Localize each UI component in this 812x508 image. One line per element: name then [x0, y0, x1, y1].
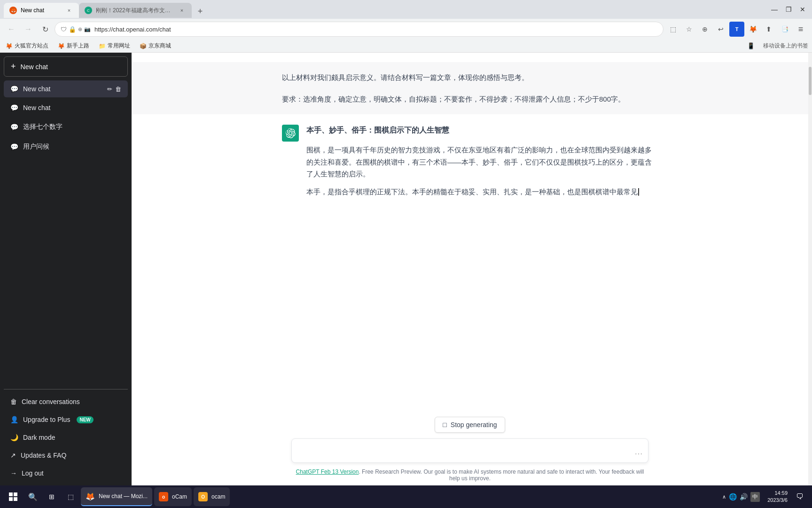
- taskbar-ocam1-item[interactable]: o oCam: [154, 487, 192, 506]
- bookmarks-bar: 🦊 火狐官方站点 🦊 新手上路 📁 常用网址 📦 京东商城 📱 移动设备上的书签: [0, 40, 812, 53]
- notification-button[interactable]: 🗨: [791, 488, 808, 505]
- xinshou-label: 新手上路: [67, 42, 89, 50]
- addon-button-3[interactable]: T: [729, 22, 744, 37]
- logout-icon: →: [10, 469, 17, 477]
- svg-rect-1: [14, 492, 17, 496]
- footer-rest: . Free Research Preview. Our goal is to …: [359, 468, 644, 482]
- stop-label: Stop generating: [451, 421, 497, 429]
- bookmarks-button[interactable]: ☆: [681, 22, 696, 37]
- sound-icon[interactable]: 🔊: [740, 493, 748, 500]
- camera-icon: 📷: [84, 26, 91, 32]
- back-button[interactable]: ←: [4, 22, 19, 37]
- taskbar-widgets-button[interactable]: ⊞: [43, 488, 60, 505]
- network-icon[interactable]: 🌐: [729, 493, 737, 500]
- addon-button-4[interactable]: 🦊: [745, 22, 760, 37]
- clear-conversations-button[interactable]: 🗑 Clear conversations: [4, 393, 128, 410]
- menu-button[interactable]: ≡: [793, 22, 808, 37]
- updates-label: Updates & FAQ: [21, 452, 66, 459]
- scroll-indicator: [808, 53, 812, 485]
- changyong-icon: 📁: [99, 43, 106, 49]
- tab-bar: 🦊 New chat × C 刚刚！2022年福建高考作文题... × +: [4, 1, 765, 18]
- chat-footer: ChatGPT Feb 13 Version. Free Research Pr…: [291, 468, 648, 482]
- tab-close-2[interactable]: ×: [178, 6, 186, 15]
- title-bar-controls: — ❐ ✕: [769, 4, 808, 15]
- perms-icon: ⊕: [78, 26, 82, 32]
- taskbar-ocam2-item[interactable]: O ocam: [194, 487, 230, 506]
- sidebar-item-label-1: New chat: [23, 85, 102, 93]
- bookmarks-device[interactable]: 📱: [744, 40, 757, 53]
- addon-button-1[interactable]: ⊕: [697, 22, 712, 37]
- refresh-button[interactable]: ↻: [38, 22, 53, 37]
- nav-right: ⬚ ☆ ⊕ ↩ T 🦊 ⬆ 📑 ≡: [665, 22, 808, 37]
- assistant-text-content: 本手、妙手、俗手：围棋启示下的人生智慧 围棋，是一项具有千年历史的智力竞技游戏，…: [306, 124, 658, 198]
- stop-square-icon: □: [443, 421, 446, 429]
- chat-area: 以上材料对我们颇具启示意义。请结合材料写一篇文章，体现你的感悟与思考。 要求：选…: [132, 53, 808, 485]
- changyong-label: 常用网址: [108, 42, 130, 50]
- send-icon[interactable]: …: [634, 447, 643, 457]
- ocam1-taskbar-icon: o: [159, 492, 168, 501]
- moon-icon: 🌙: [10, 434, 18, 441]
- sidebar-item-label-2: New chat: [23, 104, 50, 111]
- typing-cursor: [638, 188, 639, 196]
- firefox-taskbar-label: New chat — Mozi...: [99, 493, 148, 500]
- footer-link[interactable]: ChatGPT Feb 13 Version: [296, 468, 359, 475]
- stop-generating-button[interactable]: □ Stop generating: [435, 417, 505, 433]
- assistant-header: 本手、妙手、俗手：围棋启示下的人生智慧 围棋，是一项具有千年历史的智力竞技游戏，…: [282, 124, 658, 198]
- sidebar-item-select-numbers[interactable]: 💬 选择七个数字: [4, 118, 128, 136]
- user-icon: 👤: [10, 416, 18, 423]
- address-bar[interactable]: 🛡 🔒 ⊕ 📷 https://chat.openai.com/chat: [55, 22, 664, 37]
- sidebar-item-user-greeting[interactable]: 💬 用户问候: [4, 138, 128, 156]
- upgrade-to-plus-button[interactable]: 👤 Upgrade to Plus NEW: [4, 411, 128, 428]
- dark-mode-button[interactable]: 🌙 Dark mode: [4, 429, 128, 446]
- tab-new-chat[interactable]: 🦊 New chat ×: [4, 3, 79, 18]
- addon-button-2[interactable]: ↩: [713, 22, 728, 37]
- ocam2-taskbar-icon: O: [198, 492, 208, 501]
- new-badge: NEW: [77, 416, 93, 423]
- svg-rect-0: [9, 492, 13, 496]
- chat-input[interactable]: [291, 438, 648, 463]
- bookmark-jingdong[interactable]: 📦 京东商城: [138, 41, 173, 51]
- jingdong-icon: 📦: [140, 43, 147, 49]
- sidebar-item-label-3: 选择七个数字: [23, 123, 62, 131]
- lock-icon: 🔒: [69, 26, 76, 33]
- plus-icon: +: [11, 62, 16, 71]
- sidebar-item-actions: ✏ 🗑: [107, 86, 121, 93]
- bookmark-huohuo[interactable]: 🦊 火狐官方站点: [4, 41, 50, 51]
- taskbar-search-button[interactable]: 🔍: [24, 488, 41, 505]
- taskbar-firefox-item[interactable]: 🦊 New chat — Mozi...: [81, 487, 152, 506]
- updates-faq-button[interactable]: ↗ Updates & FAQ: [4, 447, 128, 464]
- clear-label: Clear conversations: [22, 398, 80, 405]
- ime-indicator[interactable]: 中: [750, 492, 760, 502]
- taskbar-clock[interactable]: 14:59 2023/3/6: [767, 490, 788, 504]
- close-button[interactable]: ✕: [797, 4, 808, 15]
- delete-icon[interactable]: 🗑: [115, 86, 121, 93]
- edit-icon[interactable]: ✏: [107, 86, 112, 93]
- bookmarks-sidebar[interactable]: 📑: [777, 22, 792, 37]
- tray-arrow[interactable]: ∧: [722, 494, 726, 500]
- firefox-taskbar-icon: 🦊: [86, 492, 95, 501]
- sidebar-item-new-chat-2[interactable]: 💬 New chat: [4, 99, 128, 116]
- new-chat-label: New chat: [21, 63, 48, 71]
- tab-gaokao[interactable]: C 刚刚！2022年福建高考作文题... ×: [79, 3, 192, 18]
- taskbar-apps-button[interactable]: ⬚: [62, 488, 79, 505]
- maximize-button[interactable]: ❐: [783, 4, 794, 15]
- svg-rect-2: [9, 497, 13, 501]
- tab-close-1[interactable]: ×: [65, 6, 73, 15]
- bookmark-changyong[interactable]: 📁 常用网址: [97, 41, 132, 51]
- start-button[interactable]: [4, 487, 23, 506]
- chatgpt-tab-icon: C: [85, 7, 92, 14]
- new-chat-button[interactable]: + New chat: [4, 56, 128, 77]
- bookmark-xinshou[interactable]: 🦊 新手上路: [56, 41, 91, 51]
- assistant-para-1: 围棋，是一项具有千年历史的智力竞技游戏，不仅在东亚地区有着广泛的影响力，也在全球…: [306, 144, 658, 180]
- minimize-button[interactable]: —: [769, 4, 780, 15]
- share-button[interactable]: ⬆: [761, 22, 776, 37]
- logout-button[interactable]: → Log out: [4, 465, 128, 482]
- new-tab-button[interactable]: +: [194, 5, 207, 18]
- scroll-thumb[interactable]: [809, 67, 812, 95]
- chat-icon-1: 💬: [10, 85, 18, 93]
- taskbar-right: ∧ 🌐 🔊 中 14:59 2023/3/6 🗨: [718, 488, 808, 505]
- jingdong-label: 京东商城: [148, 42, 171, 50]
- extensions-button[interactable]: ⬚: [665, 22, 680, 37]
- forward-button[interactable]: →: [21, 22, 36, 37]
- sidebar-item-new-chat-1[interactable]: 💬 New chat ✏ 🗑: [4, 80, 128, 97]
